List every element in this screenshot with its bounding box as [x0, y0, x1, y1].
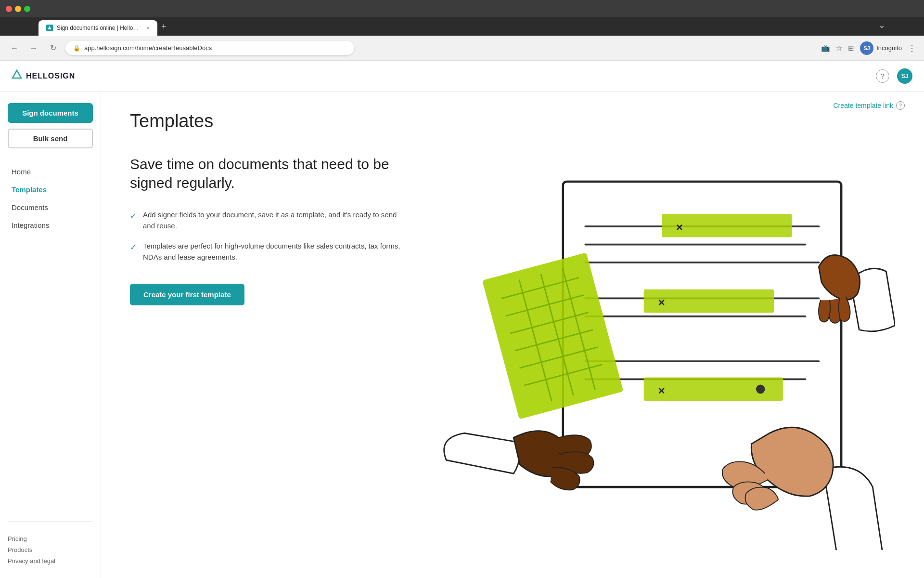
templates-label: Templates [12, 185, 47, 194]
sign-documents-button[interactable]: Sign documents [8, 103, 93, 123]
svg-marker-1 [13, 70, 21, 78]
incognito-badge: SJ Incognito [860, 41, 902, 55]
svg-text:×: × [676, 221, 683, 234]
sidebar-item-documents[interactable]: Documents [8, 199, 93, 215]
help-button[interactable]: ? [876, 69, 889, 83]
content-left: Save time on documents that need to be s… [130, 155, 409, 305]
products-link[interactable]: Products [8, 544, 93, 555]
app-header: HELLOSIGN ? SJ [0, 61, 924, 92]
svg-text:×: × [658, 384, 665, 397]
pricing-link[interactable]: Pricing [8, 533, 93, 544]
reload-button[interactable]: ↻ [46, 41, 60, 55]
address-bar: ← → ↻ 🔒 app.hellosign.com/home/createReu… [0, 36, 924, 61]
check-icon-1: ✓ [130, 210, 136, 222]
back-button[interactable]: ← [8, 41, 21, 55]
logo: HELLOSIGN [12, 69, 75, 82]
sidebar-footer: Pricing Products Privacy and legal [8, 521, 93, 566]
url-text: app.hellosign.com/home/createReusableDoc… [84, 44, 212, 52]
create-template-link[interactable]: Create template link [833, 102, 893, 109]
split-view-icon[interactable]: ⊞ [848, 44, 854, 53]
feature-item-1: ✓ Add signer fields to your document, sa… [130, 210, 409, 231]
user-avatar[interactable]: SJ [897, 68, 912, 84]
check-icon-2: ✓ [130, 242, 136, 253]
svg-marker-0 [48, 26, 51, 29]
app-container: HELLOSIGN ? SJ Sign documents Bulk send … [0, 61, 924, 578]
illustration-container: × × [428, 155, 895, 550]
logo-text: HELLOSIGN [26, 72, 75, 80]
tab-bar-extra: ⌄ [170, 20, 886, 33]
window-controls [6, 6, 30, 12]
user-avatar-chrome: SJ [860, 41, 873, 55]
feature-text-2: Templates are perfect for high-volume do… [143, 241, 409, 263]
main-content: Create template link ? Templates Save ti… [101, 92, 924, 578]
avatar-initials: SJ [864, 45, 870, 51]
hand-middle-left [444, 431, 594, 490]
hand-top-right [819, 255, 895, 331]
tab-title: Sign documents online | Hello… [57, 25, 139, 31]
logo-icon [12, 69, 22, 82]
tab-favicon [46, 25, 53, 31]
maximize-dot[interactable] [24, 6, 30, 12]
sidebar-item-integrations[interactable]: Integrations [8, 217, 93, 233]
bookmark-icon[interactable]: ☆ [836, 44, 842, 53]
incognito-label: Incognito [876, 44, 902, 52]
sidebar-item-home[interactable]: Home [8, 164, 93, 180]
browser-menu-button[interactable]: ⋮ [908, 43, 916, 53]
feature-item-2: ✓ Templates are perfect for high-volume … [130, 241, 409, 263]
browser-window-controls [0, 0, 924, 17]
feature-text-1: Add signer fields to your document, save… [143, 210, 409, 231]
new-tab-button[interactable]: + [157, 22, 170, 32]
create-first-template-button[interactable]: Create your first template [130, 284, 244, 305]
svg-text:×: × [658, 296, 665, 309]
integrations-label: Integrations [12, 221, 49, 229]
lock-icon: 🔒 [73, 45, 80, 52]
content-columns: Save time on documents that need to be s… [130, 155, 895, 550]
browser-tab-bar: Sign documents online | Hello… × + ⌄ [0, 17, 924, 36]
templates-illustration: × × [428, 155, 895, 550]
address-bar-actions: 📺 ☆ ⊞ SJ Incognito ⋮ [821, 41, 916, 55]
main-layout: Sign documents Bulk send Home Templates … [0, 92, 924, 578]
tab-close-button[interactable]: × [147, 25, 150, 31]
close-dot[interactable] [6, 6, 12, 12]
privacy-link[interactable]: Privacy and legal [8, 555, 93, 566]
home-label: Home [12, 168, 31, 176]
minimize-dot[interactable] [15, 6, 21, 12]
sidebar-item-templates[interactable]: Templates [8, 182, 93, 197]
bulk-send-button[interactable]: Bulk send [8, 129, 93, 148]
svg-point-16 [756, 385, 765, 394]
sidebar: Sign documents Bulk send Home Templates … [0, 92, 101, 578]
url-input[interactable]: 🔒 app.hellosign.com/home/createReusableD… [65, 41, 354, 55]
documents-label: Documents [12, 203, 48, 211]
hero-heading: Save time on documents that need to be s… [130, 155, 409, 192]
forward-button[interactable]: → [27, 41, 40, 55]
active-tab[interactable]: Sign documents online | Hello… × [38, 20, 157, 36]
template-link-help-icon[interactable]: ? [896, 101, 905, 110]
template-link-container: Create template link ? [833, 101, 905, 110]
cast-icon: 📺 [821, 44, 830, 53]
expand-icon: ⌄ [878, 20, 886, 30]
feature-list: ✓ Add signer fields to your document, sa… [130, 210, 409, 263]
header-actions: ? SJ [876, 68, 912, 84]
page-title: Templates [130, 111, 895, 131]
